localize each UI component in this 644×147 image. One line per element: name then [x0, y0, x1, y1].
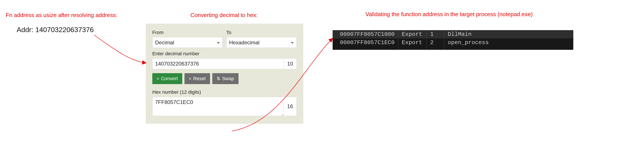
table-row-partial — [332, 47, 573, 50]
from-select[interactable]: Decimal — [152, 37, 223, 48]
table-row[interactable]: 00007FF8057C1000 Export 1 DllMain — [332, 30, 573, 38]
reset-button[interactable]: × Reset — [184, 73, 210, 84]
output-label: Hex number (12 digits) — [152, 89, 297, 95]
cell-symbol-name: DllMain — [444, 31, 573, 38]
swap-button[interactable]: ⇅ Swap — [212, 73, 238, 84]
cell-address: 00007FF8057C1000 — [332, 31, 398, 38]
annotation-left: Fn address as usize after resolving addr… — [6, 12, 117, 18]
cell-kind: Export — [398, 31, 427, 38]
debugger-export-table: 00007FF8057C1000 Export 1 DllMain 00007F… — [332, 30, 573, 50]
cell-symbol-name: open_process — [444, 39, 573, 46]
output-base-suffix: 16 — [284, 97, 297, 116]
addr-value: 140703220637376 — [35, 26, 94, 34]
input-base-suffix: 10 — [284, 58, 297, 69]
convert-button-label: Convert — [161, 76, 178, 81]
from-label: From — [152, 30, 223, 35]
annotation-middle: Converting decimal to hex: — [190, 12, 258, 18]
close-icon: × — [189, 76, 192, 81]
convert-button[interactable]: = Convert — [152, 73, 182, 84]
addr-label: Addr: — [17, 26, 33, 34]
cell-ordinal: 1 — [427, 31, 444, 38]
annotation-right: Validating the function address in the t… — [366, 11, 532, 18]
reset-button-label: Reset — [193, 76, 206, 81]
cell-kind: Export — [398, 39, 427, 46]
decimal-input[interactable] — [152, 58, 284, 69]
cell-ordinal: 2 — [427, 39, 444, 46]
converter-panel: From Decimal To Hexadecimal Enter decima… — [146, 24, 303, 124]
annotation-arrows — [0, 0, 644, 147]
table-row[interactable]: 00007FF8057C1EC0 Export 2 open_process — [332, 38, 573, 47]
swap-icon: ⇅ — [217, 76, 220, 81]
to-select[interactable]: Hexadecimal — [226, 37, 297, 48]
input-label: Enter decimal number — [152, 51, 297, 57]
swap-button-label: Swap — [222, 76, 234, 81]
resolved-address-line: Addr: 140703220637376 — [17, 26, 94, 34]
equals-icon: = — [157, 76, 159, 81]
hex-output[interactable]: 7FF8057C1EC0 — [152, 97, 284, 116]
to-label: To — [226, 30, 297, 35]
cell-address: 00007FF8057C1EC0 — [332, 39, 398, 46]
